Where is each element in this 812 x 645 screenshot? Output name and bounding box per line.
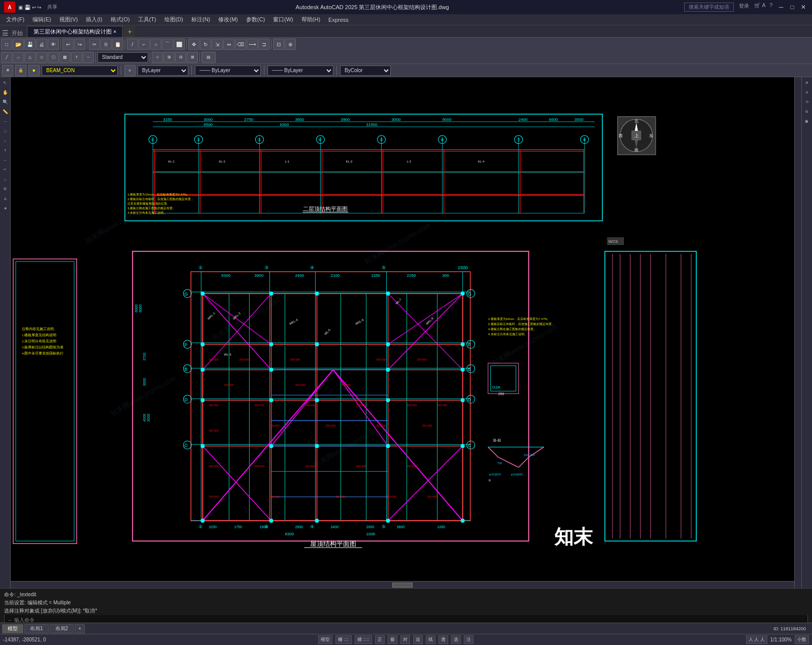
tool-move[interactable]: ✥ [188, 39, 199, 50]
tool-right-3[interactable]: ⟲ [802, 98, 811, 107]
layer-lock-btn[interactable]: 🔓 [15, 65, 26, 76]
tool-circle[interactable]: ○ [150, 39, 161, 50]
dtrack-btn[interactable]: 追 [413, 635, 423, 644]
model-tab-layout1[interactable]: 布局1 [24, 624, 49, 633]
close-button[interactable]: ✕ [799, 3, 808, 12]
tool-zoom-all[interactable]: ⊡ [273, 39, 284, 50]
plotstyle-select[interactable]: ByColor [340, 66, 391, 76]
vertical-scrollbar[interactable] [794, 77, 801, 588]
menu-file[interactable]: 文件(F) [2, 15, 28, 24]
tool-rotate[interactable]: ↻ [200, 39, 211, 50]
tool-measure[interactable]: 📏 [1, 107, 10, 116]
isnap-btn[interactable]: 对 [400, 635, 410, 644]
tool-extend[interactable]: ⟶ [247, 39, 258, 50]
menu-express[interactable]: Express [324, 16, 353, 24]
start-label[interactable]: 开始 [10, 29, 25, 37]
tool-l4[interactable]: T [1, 146, 10, 155]
tool-right-2[interactable]: ⊖ [802, 88, 811, 97]
tool-new[interactable]: □ [1, 39, 12, 50]
tool-preview[interactable]: 👁 [48, 39, 59, 50]
tool-draw5[interactable]: ⬡ [48, 52, 59, 63]
menu-window[interactable]: 窗口(W) [269, 15, 297, 24]
tool-layer-mgr[interactable]: ▤ [201, 52, 216, 63]
model-btn[interactable]: 模型 [318, 635, 332, 644]
menu-format[interactable]: 格式(O) [107, 15, 134, 24]
settings-icon[interactable]: A [762, 3, 766, 12]
tool-save[interactable]: 💾 [24, 39, 36, 50]
tool-right-5[interactable]: ▣ [802, 117, 811, 126]
tool-hatch[interactable]: ▩ [59, 52, 71, 63]
polar-btn[interactable]: 极 [388, 635, 397, 644]
tool-draw1[interactable]: ╱ [1, 52, 12, 63]
tool-l9[interactable]: A [1, 194, 10, 203]
tool-l10[interactable]: ◈ [1, 204, 10, 213]
search-box[interactable]: 搜索关键字或短语 [684, 3, 734, 12]
tool-l5[interactable]: ↔ [1, 155, 10, 165]
help-btn[interactable]: ? [767, 3, 774, 12]
horizontal-scrollbar[interactable] [11, 581, 794, 588]
maximize-button[interactable]: □ [788, 3, 797, 12]
tool-text[interactable]: T [71, 52, 82, 63]
tool-arc[interactable]: ⌒ [162, 39, 173, 50]
tool-zoom-window[interactable]: ⊕ [285, 39, 296, 50]
tool-right-1[interactable]: ⊕ [802, 78, 811, 87]
decimal-btn[interactable]: 小数 [795, 635, 809, 644]
tool-copy[interactable]: ⎘ [100, 39, 112, 50]
start-icon[interactable]: ☰ [2, 29, 9, 37]
tool-line[interactable]: / [127, 39, 138, 50]
tool-scale[interactable]: ⇲ [212, 39, 223, 50]
tool-mirror[interactable]: ⇔ [223, 39, 234, 50]
tool-pan[interactable]: ✋ [1, 88, 10, 97]
tool-open[interactable]: 📂 [13, 39, 24, 50]
tool-offset[interactable]: ⊐ [258, 39, 269, 50]
minimize-button[interactable]: ─ [776, 3, 786, 12]
linetype-select[interactable]: ─── ByLayer [195, 66, 261, 76]
tool-snap2[interactable]: ⊞ [163, 52, 175, 63]
model-tab-model[interactable]: 模型 [2, 624, 23, 633]
menu-view[interactable]: 视图(V) [55, 15, 82, 24]
menu-params[interactable]: 参数(C) [242, 15, 269, 24]
tab-main-drawing[interactable]: 第三层休闲中心框架结构设计图 × [27, 26, 123, 37]
color-select[interactable]: ByLayer [138, 66, 188, 76]
tool-l6[interactable]: ✂ [1, 165, 10, 174]
menu-edit[interactable]: 编辑(E) [28, 15, 55, 24]
ortho-btn[interactable]: 正 [375, 635, 385, 644]
color-swatch[interactable]: ■ [124, 65, 136, 76]
linewidth-btn[interactable]: 线 [426, 635, 435, 644]
tool-snap3[interactable]: ⊟ [175, 52, 186, 63]
tool-snap4[interactable]: ⊠ [187, 52, 198, 63]
tool-polyline[interactable]: ⌐ [139, 39, 150, 50]
lineweight-select[interactable]: ─── ByLayer [267, 66, 333, 76]
tool-draw2[interactable]: ⌓ [13, 52, 24, 63]
snap-btn[interactable]: 捕 ::::: [355, 635, 372, 644]
layer-color-btn[interactable]: ■ [28, 65, 40, 76]
tspace-btn[interactable]: 透 [438, 635, 448, 644]
workspace-btn[interactable]: 人 人 人 [746, 635, 767, 644]
tool-undo[interactable]: ↩ [62, 39, 74, 50]
drawing-canvas[interactable]: 知末网www.znzmo.com 知末网www.znzmo.com 知末网www… [11, 77, 801, 588]
tool-l1[interactable]: ─ [1, 117, 10, 126]
tool-print[interactable]: 🖨 [36, 39, 47, 50]
menu-insert[interactable]: 插入(I) [82, 15, 106, 24]
layer-freeze-btn[interactable]: ❄ [2, 65, 13, 76]
menu-modify[interactable]: 修改(M) [214, 15, 242, 24]
style-select[interactable]: Standard [97, 52, 148, 62]
tool-cut[interactable]: ✂ [89, 39, 100, 50]
menu-help[interactable]: 帮助(H) [297, 15, 324, 24]
share-btn[interactable]: 共享 [44, 4, 60, 11]
menu-tools[interactable]: 工具(T) [134, 15, 160, 24]
tool-l2[interactable]: □ [1, 126, 10, 136]
tool-l8[interactable]: ⊞ [1, 184, 10, 194]
tool-redo[interactable]: ↪ [74, 39, 85, 50]
tool-paste[interactable]: 📋 [112, 39, 123, 50]
menu-annotate[interactable]: 标注(N) [187, 15, 214, 24]
tool-draw4[interactable]: ◇ [36, 52, 47, 63]
tool-l3[interactable]: ○ [1, 136, 10, 145]
tool-rect[interactable]: ⬜ [174, 39, 185, 50]
select-btn[interactable]: 选 [451, 635, 461, 644]
tool-zoom[interactable]: 🔍 [1, 98, 10, 107]
model-tab-add[interactable]: + [75, 624, 85, 633]
tool-snap1[interactable]: ⊹ [152, 52, 163, 63]
signin-btn[interactable]: 登录 [736, 3, 752, 12]
menu-draw[interactable]: 绘图(D) [160, 15, 187, 24]
